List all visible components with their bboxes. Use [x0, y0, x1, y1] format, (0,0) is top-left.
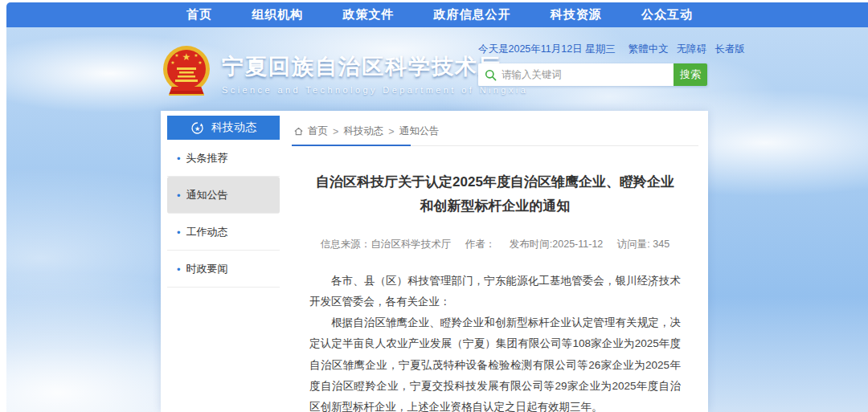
- sidebar-item-label: 通知公告: [186, 188, 228, 202]
- svg-text:★: ★: [170, 60, 174, 65]
- breadcrumb-separator: >: [388, 126, 394, 137]
- nav-item-gov-info-disclosure[interactable]: 政府信息公开: [434, 7, 511, 22]
- sidebar-item-label: 工作动态: [186, 225, 228, 239]
- meta-visit-count: 访问量: 345: [617, 239, 669, 250]
- article-body: 各市、县（区）科技管理部门，宁东能源化工基地管委会，银川经济技术开发区管委会，各…: [309, 271, 681, 412]
- breadcrumb-divider: [292, 145, 698, 146]
- sidebar-menu: • 头条推荐 • 通知公告 • 工作动态 • 时政要闻: [167, 140, 280, 288]
- nav-item-organization[interactable]: 组织机构: [252, 7, 303, 22]
- site-logo[interactable]: ★ ★ ★ ★ ★ 宁夏回族自治区科学技术厅 Science and Techn…: [161, 45, 528, 101]
- bullet-icon: •: [177, 153, 181, 164]
- top-navigation: 首页 组织机构 政策文件 政府信息公开 科技资源 公众互动: [6, 2, 868, 27]
- sidebar-item-label: 时政要闻: [186, 262, 228, 276]
- search-icon: [485, 69, 497, 81]
- article: 自治区科技厅关于认定2025年度自治区雏鹰企业、瞪羚企业 和创新型标杆企业的通知…: [292, 170, 698, 412]
- date-row: 今天是2025年11月12日 星期三 繁體中文 无障碍 长者版: [478, 43, 707, 56]
- article-paragraph: 根据自治区雏鹰企业、瞪羚企业和创新型标杆企业认定管理有关规定，决定认定半亩良人农…: [309, 312, 681, 412]
- circled-star-icon: ★: [190, 121, 204, 135]
- breadcrumb-sci-tech-news[interactable]: 科技动态: [343, 124, 383, 138]
- main-panel: ★ 科技动态 • 头条推荐 • 通知公告 • 工作动态 • 时政要闻: [161, 111, 708, 412]
- bullet-icon: •: [177, 227, 181, 238]
- search-button[interactable]: 搜索: [674, 63, 707, 86]
- svg-text:★: ★: [174, 53, 178, 58]
- search-bar: 搜索: [478, 63, 707, 86]
- bullet-icon: •: [177, 190, 181, 201]
- header-right: 今天是2025年11月12日 星期三 繁體中文 无障碍 长者版 搜索: [478, 43, 707, 86]
- current-date: 今天是2025年11月12日 星期三: [478, 43, 616, 56]
- content-area: 首页 > 科技动态 > 通知公告 自治区科技厅关于认定2025年度自治区雏鹰企业…: [292, 116, 698, 412]
- meta-publish-time: 发布时间:2025-11-12: [510, 239, 604, 250]
- svg-text:★: ★: [198, 60, 202, 65]
- bullet-icon: •: [177, 264, 181, 275]
- site-subtitle: Science and Technology Department of Nin…: [222, 85, 528, 95]
- article-title-line2: 和创新型标杆企业的通知: [309, 194, 681, 218]
- breadcrumb: 首页 > 科技动态 > 通知公告: [292, 116, 698, 145]
- sidebar-item-notices[interactable]: • 通知公告: [167, 177, 280, 214]
- breadcrumb-notices[interactable]: 通知公告: [399, 124, 440, 138]
- national-emblem-icon: ★ ★ ★ ★ ★: [161, 45, 212, 101]
- meta-author: 作者：: [465, 239, 496, 250]
- sidebar-item-label: 头条推荐: [186, 151, 228, 165]
- sidebar-item-current-politics[interactable]: • 时政要闻: [167, 251, 280, 288]
- sidebar: ★ 科技动态 • 头条推荐 • 通知公告 • 工作动态 • 时政要闻: [167, 116, 280, 288]
- meta-source: 信息来源：自治区科学技术厅: [321, 239, 452, 250]
- nav-item-sci-tech-resources[interactable]: 科技资源: [551, 7, 602, 22]
- nav-item-public-interaction[interactable]: 公众互动: [641, 7, 693, 22]
- svg-text:★: ★: [194, 124, 200, 132]
- article-title: 自治区科技厅关于认定2025年度自治区雏鹰企业、瞪羚企业 和创新型标杆企业的通知: [309, 170, 681, 218]
- breadcrumb-home[interactable]: 首页: [308, 124, 328, 138]
- link-traditional-chinese[interactable]: 繁體中文: [628, 43, 669, 56]
- search-box: [478, 63, 674, 86]
- sidebar-item-work-trends[interactable]: • 工作动态: [167, 214, 280, 251]
- home-icon: [293, 126, 304, 137]
- nav-item-home[interactable]: 首页: [186, 7, 212, 22]
- sidebar-header-sci-tech-news[interactable]: ★ 科技动态: [167, 116, 280, 140]
- sidebar-title: 科技动态: [211, 120, 256, 135]
- breadcrumb-separator: >: [333, 126, 338, 137]
- link-accessibility[interactable]: 无障碍: [677, 43, 707, 56]
- article-title-line1: 自治区科技厅关于认定2025年度自治区雏鹰企业、瞪羚企业: [309, 170, 681, 194]
- sidebar-item-headline-recommend[interactable]: • 头条推荐: [167, 140, 280, 177]
- svg-text:★: ★: [182, 51, 191, 63]
- svg-text:★: ★: [194, 53, 198, 58]
- nav-item-policy-documents[interactable]: 政策文件: [342, 7, 394, 22]
- search-input[interactable]: [502, 69, 667, 80]
- link-elderly-version[interactable]: 长者版: [714, 43, 745, 56]
- article-meta: 信息来源：自治区科学技术厅 作者： 发布时间:2025-11-12 访问量: 3…: [309, 238, 681, 251]
- article-paragraph: 各市、县（区）科技管理部门，宁东能源化工基地管委会，银川经济技术开发区管委会，各…: [309, 271, 681, 313]
